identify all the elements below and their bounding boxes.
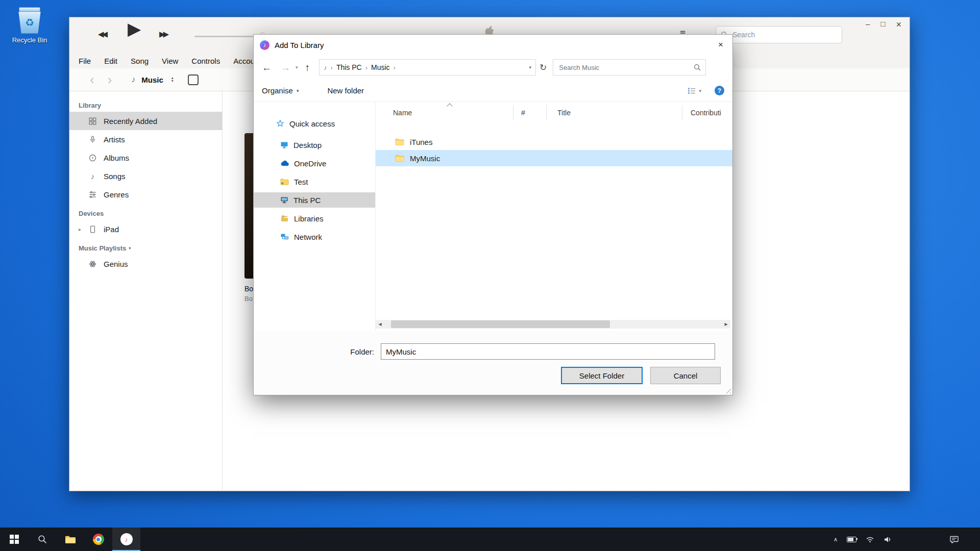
column-header-name[interactable]: Name [393, 109, 412, 117]
cancel-button[interactable]: Cancel [650, 367, 721, 384]
file-name: iTunes [410, 138, 432, 146]
breadcrumb-this-pc[interactable]: This PC [336, 63, 362, 71]
refresh-button[interactable]: ↻ [540, 63, 547, 72]
sidebar-item-recently-added[interactable]: Recently Added [69, 112, 222, 130]
history-forward-icon[interactable]: › [108, 73, 112, 86]
chevron-down-icon: ▾ [297, 88, 299, 93]
scrollbar-track[interactable] [384, 320, 722, 329]
file-row-itunes[interactable]: iTunes [376, 134, 732, 150]
recent-locations-icon[interactable]: ▾ [296, 65, 298, 70]
speaker-icon[interactable] [884, 536, 892, 543]
scrollbar-thumb[interactable] [391, 320, 610, 328]
battery-icon[interactable] [847, 537, 856, 542]
grid-icon [89, 117, 96, 125]
expand-caret-icon[interactable]: ▸ [79, 227, 81, 232]
music-note-icon: ♪ [89, 172, 96, 181]
column-divider[interactable] [546, 105, 547, 120]
breadcrumb-music[interactable]: Music [371, 63, 390, 71]
resize-grip[interactable] [725, 388, 731, 393]
music-note-icon: ♪ [263, 42, 266, 48]
taskbar-chrome-button[interactable] [84, 528, 112, 551]
tree-item-test[interactable]: Test [254, 174, 375, 189]
sidebar-item-artists[interactable]: Artists [69, 130, 222, 148]
tree-item-desktop[interactable]: Desktop [254, 137, 375, 153]
new-folder-button[interactable]: New folder [327, 86, 364, 95]
horizontal-scrollbar[interactable]: ◀ ▶ [376, 320, 730, 329]
folder-name-input[interactable] [381, 343, 715, 360]
devices-header-label: Devices [79, 210, 104, 217]
file-row-mymusic[interactable]: MyMusic [376, 150, 732, 166]
dialog-search-box[interactable] [553, 59, 706, 76]
itunes-search-input[interactable] [731, 30, 837, 39]
library-section-header: Library [79, 102, 222, 109]
itunes-search-box[interactable] [716, 26, 842, 43]
tree-item-quick-access[interactable]: Quick access [254, 116, 375, 131]
onedrive-cloud-icon [280, 160, 289, 166]
view-toggle-icon[interactable] [188, 74, 199, 85]
tree-item-network[interactable]: Network [254, 229, 375, 244]
chevron-down-icon: ▾ [699, 88, 701, 93]
itunes-app-icon: ♪ [260, 40, 270, 50]
tree-item-libraries[interactable]: Libraries [254, 211, 375, 226]
add-to-library-dialog: ♪ Add To Library × ← → ▾ ↑ ♪ › This PC ›… [253, 34, 733, 395]
dialog-search-input[interactable] [558, 63, 694, 72]
desktop-icon [280, 141, 288, 149]
crumb-separator-icon: › [365, 64, 368, 71]
file-name: MyMusic [410, 154, 440, 163]
scroll-left-icon[interactable]: ◀ [376, 322, 384, 327]
history-back-icon[interactable]: ‹ [90, 73, 94, 86]
fast-forward-button[interactable]: ▶▶ [159, 30, 167, 39]
music-note-icon: ♪ [131, 75, 135, 84]
recycle-bin-shortcut[interactable]: ♻ Recycle Bin [8, 7, 51, 44]
sidebar-item-genres[interactable]: Genres [69, 185, 222, 204]
column-header-title[interactable]: Title [557, 109, 571, 117]
action-center-icon[interactable] [950, 536, 959, 543]
wifi-icon[interactable] [866, 536, 874, 543]
start-button[interactable] [0, 528, 28, 551]
tree-item-this-pc[interactable]: This PC [254, 192, 375, 208]
menu-view[interactable]: View [162, 57, 178, 65]
column-header-contributing[interactable]: Contributi [691, 109, 721, 117]
taskbar-itunes-button[interactable]: ♪ [112, 528, 140, 551]
dialog-close-button[interactable]: × [709, 35, 732, 55]
column-header-number[interactable]: # [521, 109, 525, 117]
help-button[interactable]: ? [715, 86, 724, 95]
taskbar-search-button[interactable] [28, 528, 56, 551]
menu-file[interactable]: File [79, 57, 91, 65]
address-bar[interactable]: ♪ › This PC › Music › ▾ [319, 59, 536, 76]
play-button[interactable]: ▶ [128, 18, 141, 39]
maximize-button[interactable]: □ [880, 19, 885, 30]
sidebar-item-albums[interactable]: Albums [69, 148, 222, 167]
menu-song[interactable]: Song [131, 57, 149, 65]
organise-button[interactable]: Organise ▾ [262, 86, 299, 95]
address-dropdown-icon[interactable]: ▾ [529, 65, 532, 70]
back-button[interactable]: ← [262, 63, 272, 72]
dialog-main: Quick access Desktop OneDrive Test This … [254, 102, 732, 332]
taskbar-file-explorer-button[interactable] [56, 528, 84, 551]
sidebar-item-songs[interactable]: ♪ Songs [69, 167, 222, 185]
scroll-right-icon[interactable]: ▶ [722, 322, 730, 327]
music-note-icon: ♪ [125, 536, 128, 543]
sidebar-item-ipad[interactable]: ▸ iPad [69, 220, 222, 238]
show-hidden-icons-button[interactable]: ∧ [834, 536, 838, 543]
column-divider[interactable] [682, 105, 682, 120]
tree-item-label: Test [294, 178, 308, 186]
media-kind-selector[interactable]: ♪ Music ▴ ▾ [131, 75, 174, 84]
menu-controls[interactable]: Controls [191, 57, 220, 65]
dialog-footer: Folder: Select Folder Cancel [254, 331, 732, 395]
tree-item-onedrive[interactable]: OneDrive [254, 156, 375, 171]
up-button[interactable]: ↑ [305, 63, 310, 72]
close-button[interactable]: × [896, 19, 901, 30]
menu-edit[interactable]: Edit [104, 57, 117, 65]
minimize-button[interactable]: – [866, 19, 870, 30]
recycle-bin-lid [19, 7, 40, 12]
rewind-button[interactable]: ◀◀ [98, 30, 106, 39]
sidebar-item-label: Recently Added [104, 117, 157, 126]
column-divider[interactable] [513, 105, 513, 120]
select-folder-button[interactable]: Select Folder [561, 367, 643, 384]
change-view-button[interactable]: ▾ [688, 87, 701, 94]
sliders-icon [89, 191, 96, 198]
playlists-section-header[interactable]: Music Playlists ▾ [79, 244, 222, 252]
sidebar-item-genius[interactable]: Genius [69, 255, 222, 273]
media-kind-value: Music [141, 76, 163, 84]
